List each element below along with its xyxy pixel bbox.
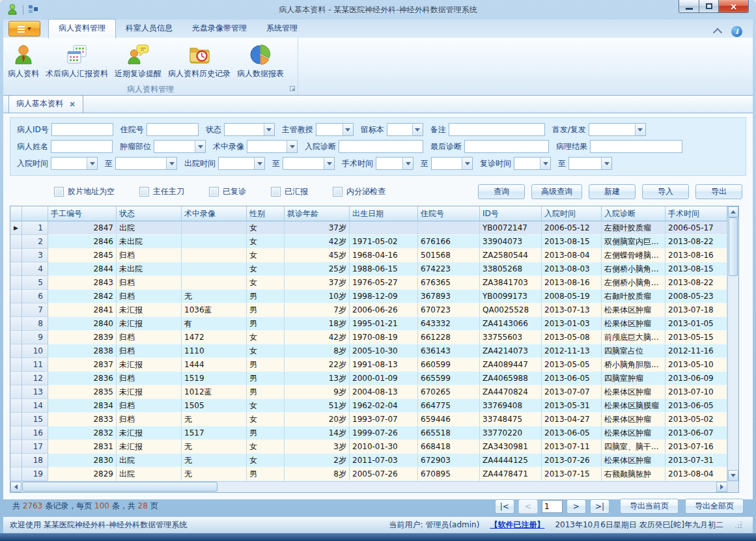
table-cell[interactable]: 2013-01-05: [665, 317, 727, 331]
table-cell[interactable]: 2846: [48, 235, 117, 249]
column-header[interactable]: 状态: [117, 206, 182, 221]
table-cell[interactable]: 右侧桥小脑角...: [602, 262, 665, 276]
table-cell[interactable]: 2013-08-22: [665, 276, 727, 290]
intraop-video-combo[interactable]: [247, 140, 298, 153]
table-cell[interactable]: 7岁: [285, 303, 350, 317]
data-report-button[interactable]: 病人数据报表: [234, 40, 287, 81]
table-cell[interactable]: 归档: [117, 413, 182, 426]
table-cell[interactable]: 25岁: [285, 262, 350, 276]
import-button[interactable]: 导入: [642, 184, 689, 199]
row-number[interactable]: 9: [22, 331, 48, 344]
table-cell[interactable]: 出院: [117, 454, 182, 467]
revisit-time-from-combo[interactable]: [514, 157, 551, 170]
table-cell[interactable]: 归档: [117, 249, 182, 262]
table-cell[interactable]: 右颞叶胶质瘤: [602, 290, 665, 303]
table-cell[interactable]: 676166: [418, 235, 480, 249]
revisit-time-to-combo[interactable]: [568, 157, 612, 170]
row-indicator[interactable]: [10, 249, 22, 262]
table-cell[interactable]: ZA4065988: [480, 372, 542, 385]
table-cell[interactable]: 2012-11-13: [542, 344, 602, 358]
table-cell[interactable]: 668418: [418, 440, 480, 454]
table-cell[interactable]: 501568: [418, 249, 480, 262]
page-input[interactable]: [542, 500, 563, 513]
table-row[interactable]: 182830出院无女2岁2011-07-03672903ZA4444125201…: [10, 454, 738, 467]
table-cell[interactable]: 659446: [418, 413, 480, 426]
row-indicator[interactable]: [10, 290, 22, 303]
row-indicator[interactable]: [10, 440, 22, 454]
table-cell[interactable]: 女: [247, 249, 285, 262]
tab-system-management[interactable]: 系统管理: [257, 20, 307, 38]
row-indicator[interactable]: [10, 426, 22, 440]
table-cell[interactable]: 松果体区肿瘤: [602, 413, 665, 426]
table-cell[interactable]: 四脑室占位: [602, 344, 665, 358]
row-indicator[interactable]: [10, 331, 22, 344]
tab-disc-video-management[interactable]: 光盘录像带管理: [182, 20, 257, 38]
table-cell[interactable]: 2013-01-03: [542, 317, 602, 331]
table-cell[interactable]: 2013-05-05: [542, 358, 602, 372]
table-cell[interactable]: [182, 262, 247, 276]
table-cell[interactable]: 1110: [182, 344, 247, 358]
column-header[interactable]: 入院诊断: [602, 206, 665, 221]
table-cell[interactable]: 1971-05-02: [350, 235, 418, 249]
table-cell[interactable]: 归档: [117, 372, 182, 385]
row-indicator[interactable]: [10, 344, 22, 358]
table-cell[interactable]: 14岁: [285, 426, 350, 440]
table-cell[interactable]: 2013-08-16: [665, 249, 727, 262]
table-cell[interactable]: 归档: [117, 276, 182, 290]
pathology-input[interactable]: [590, 140, 682, 153]
patient-id-input[interactable]: [51, 123, 113, 136]
table-cell[interactable]: 1517: [182, 426, 247, 440]
table-cell[interactable]: 10岁: [285, 290, 350, 303]
advanced-query-button[interactable]: 高级查询: [531, 184, 582, 199]
table-cell[interactable]: 男: [247, 372, 285, 385]
table-cell[interactable]: 2013-07-15: [542, 467, 602, 481]
surgery-time-to-combo[interactable]: [431, 157, 473, 170]
table-cell[interactable]: 367893: [418, 290, 480, 303]
row-number[interactable]: 3: [22, 249, 48, 262]
table-cell[interactable]: 33904073: [480, 235, 542, 249]
table-cell[interactable]: 前颅底巨大脑...: [602, 331, 665, 344]
table-row[interactable]: 172831未汇报无女3岁2010-01-30668418ZA343098120…: [10, 440, 738, 454]
column-header[interactable]: 入院时间: [542, 206, 602, 221]
table-cell[interactable]: 1962-02-04: [350, 399, 418, 413]
export-all-pages-button[interactable]: 导出全部页: [685, 499, 744, 514]
table-row[interactable]: 32845归档女45岁1968-04-16501568ZA25805442013…: [10, 249, 738, 262]
checkbox-endocrine-exam[interactable]: 内分泌检查: [333, 186, 385, 197]
application-menu-button[interactable]: [8, 21, 40, 36]
table-row[interactable]: 192829出院无男8岁2005-07-26670895ZA4478471201…: [10, 467, 738, 481]
table-cell[interactable]: 2013-05-10: [665, 358, 727, 372]
table-cell[interactable]: 2013-08-04: [665, 467, 727, 481]
row-indicator[interactable]: [10, 303, 22, 317]
table-cell[interactable]: 无: [182, 440, 247, 454]
professor-combo[interactable]: [316, 123, 354, 136]
table-cell[interactable]: 2013-05-02: [665, 413, 727, 426]
history-record-button[interactable]: 病人资料历史记录: [165, 40, 234, 81]
row-number[interactable]: 10: [22, 344, 48, 358]
table-row[interactable]: 62842归档无男10岁1998-12-09367893YB0099173200…: [10, 290, 738, 303]
table-cell[interactable]: 男: [247, 467, 285, 481]
table-cell[interactable]: [182, 235, 247, 249]
table-cell[interactable]: 归档: [117, 331, 182, 344]
table-cell[interactable]: 1998-12-09: [350, 290, 418, 303]
table-cell[interactable]: 2006-05-12: [542, 221, 602, 235]
row-number[interactable]: 16: [22, 426, 48, 440]
table-row[interactable]: 42844未出院女25岁1988-06-15674223338052682013…: [10, 262, 738, 276]
table-cell[interactable]: 2013-07-18: [665, 303, 727, 317]
table-cell[interactable]: 归档: [117, 344, 182, 358]
column-header[interactable]: 术中录像: [182, 206, 247, 221]
table-cell[interactable]: 男: [247, 358, 285, 372]
admit-diagnosis-input[interactable]: [339, 140, 423, 153]
table-cell[interactable]: 2000-01-09: [350, 372, 418, 385]
table-cell[interactable]: 2013-08-15: [542, 235, 602, 249]
first-page-button[interactable]: |<: [495, 499, 514, 514]
table-cell[interactable]: 1036蓝: [182, 303, 247, 317]
table-cell[interactable]: 37岁: [285, 221, 350, 235]
table-cell[interactable]: 1444: [182, 358, 247, 372]
table-cell[interactable]: 未汇报: [117, 440, 182, 454]
status-combo[interactable]: [224, 123, 275, 136]
table-cell[interactable]: 未出院: [117, 262, 182, 276]
table-cell[interactable]: 2岁: [285, 454, 350, 467]
table-cell[interactable]: 松果体区肿瘤: [602, 426, 665, 440]
table-cell[interactable]: 女: [247, 262, 285, 276]
specimen-combo[interactable]: [387, 123, 423, 136]
